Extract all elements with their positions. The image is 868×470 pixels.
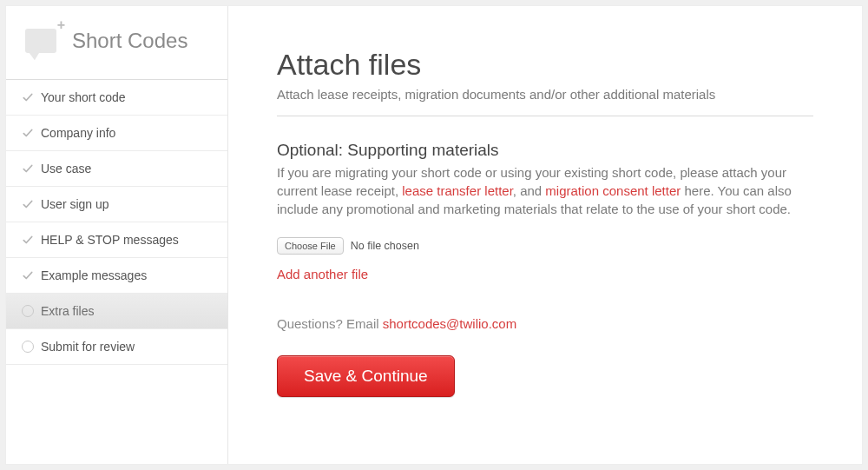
sidebar-steps: Your short code Company info Use case Us… <box>6 80 227 365</box>
support-email-link[interactable]: shortcodes@twilio.com <box>383 316 516 331</box>
add-another-file-link[interactable]: Add another file <box>277 267 368 281</box>
choose-file-button[interactable]: Choose File <box>277 237 344 255</box>
sidebar-item-label: Company info <box>41 126 115 140</box>
sidebar-item-help-stop-messages[interactable]: HELP & STOP messages <box>6 222 227 258</box>
sidebar-item-label: Extra files <box>41 304 94 318</box>
short-codes-logo-icon: + <box>25 22 63 60</box>
sidebar-item-example-messages[interactable]: Example messages <box>6 258 227 294</box>
check-icon <box>22 234 34 246</box>
file-input-row: Choose File No file chosen <box>277 237 813 255</box>
body-text: , and <box>513 183 546 198</box>
page-subtitle: Attach lease receipts, migration documen… <box>277 87 813 102</box>
sidebar-title: Short Codes <box>72 29 187 53</box>
app-frame: + Short Codes Your short code Company in… <box>5 5 863 465</box>
check-icon <box>22 198 34 210</box>
page-title: Attach files <box>277 48 813 82</box>
section-heading: Optional: Supporting materials <box>277 141 813 160</box>
sidebar-item-use-case[interactable]: Use case <box>6 151 227 187</box>
check-icon <box>22 162 34 175</box>
sidebar: + Short Codes Your short code Company in… <box>6 6 228 464</box>
save-continue-button[interactable]: Save & Continue <box>277 355 455 397</box>
sidebar-item-label: Your short code <box>41 90 126 104</box>
sidebar-item-your-short-code[interactable]: Your short code <box>6 80 227 116</box>
check-icon <box>22 127 34 139</box>
sidebar-item-extra-files[interactable]: Extra files <box>6 294 227 329</box>
migration-consent-letter-link[interactable]: migration consent letter <box>545 183 681 198</box>
divider <box>277 116 813 116</box>
main-content: Attach files Attach lease receipts, migr… <box>228 6 862 464</box>
check-icon <box>22 91 34 103</box>
sidebar-header: + Short Codes <box>6 6 227 80</box>
sidebar-item-label: HELP & STOP messages <box>41 233 179 247</box>
sidebar-item-label: Example messages <box>41 268 147 282</box>
section-body: If you are migrating your short code or … <box>277 163 813 218</box>
sidebar-item-label: Use case <box>41 162 91 175</box>
circle-icon <box>22 341 34 353</box>
questions-line: Questions? Email shortcodes@twilio.com <box>277 316 813 331</box>
questions-prefix: Questions? Email <box>277 316 383 331</box>
circle-icon <box>22 305 34 317</box>
sidebar-item-user-sign-up[interactable]: User sign up <box>6 187 227 222</box>
sidebar-item-submit-for-review[interactable]: Submit for review <box>6 329 227 365</box>
sidebar-item-label: Submit for review <box>41 340 135 354</box>
check-icon <box>22 269 34 281</box>
sidebar-item-company-info[interactable]: Company info <box>6 116 227 151</box>
sidebar-item-label: User sign up <box>41 197 109 211</box>
lease-transfer-letter-link[interactable]: lease transfer letter <box>402 183 513 198</box>
file-status: No file chosen <box>351 240 419 252</box>
